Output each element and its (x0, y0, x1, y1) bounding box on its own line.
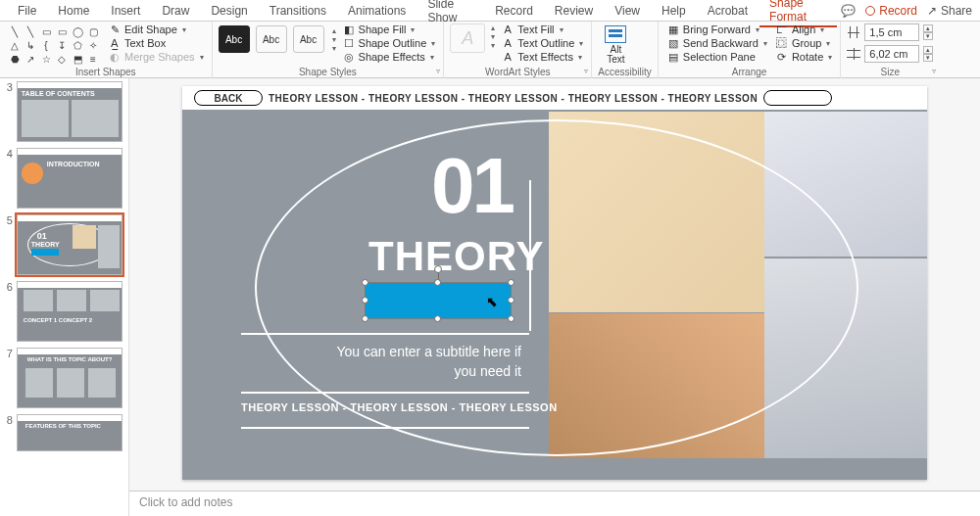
width-spin-up[interactable]: ▴ (923, 46, 933, 54)
record-button[interactable]: Record (865, 4, 917, 18)
menu-home[interactable]: Home (48, 2, 99, 20)
style-gallery-down-icon[interactable]: ▾ (332, 35, 336, 44)
divider-line (529, 180, 531, 331)
comments-icon[interactable]: 💬 (841, 4, 856, 18)
menu-transitions[interactable]: Transitions (260, 2, 336, 20)
width-spin-down[interactable]: ▾ (923, 54, 933, 62)
style-thumb-2[interactable]: Abc (256, 25, 287, 53)
menu-insert[interactable]: Insert (101, 2, 150, 20)
text-outline-button[interactable]: AText Outline▾ (499, 37, 585, 49)
wordart-styles-dialog-icon[interactable]: ▿ (584, 67, 588, 75)
slide-subtitle[interactable]: You can enter a subtitle here if you nee… (329, 343, 521, 381)
style-thumb-1[interactable]: Abc (219, 25, 250, 53)
handle-tl[interactable] (362, 279, 368, 286)
handle-br[interactable] (508, 315, 514, 322)
thumb-5[interactable]: 01 THEORY (17, 214, 122, 275)
handle-mr[interactable] (508, 297, 514, 304)
group-arrange: ▦Bring Forward▾ ▧Send Backward▾ ▤Selecti… (659, 22, 841, 78)
group-size: ▴▾ ▴▾ Size ▿ (841, 22, 939, 78)
wordart-gallery-up-icon[interactable]: ▴ (491, 23, 495, 32)
thumb-6[interactable]: CONCEPT 1 CONCEPT 2 (17, 281, 122, 342)
menu-view[interactable]: View (605, 2, 650, 20)
menu-record[interactable]: Record (485, 2, 543, 20)
wordart-gallery[interactable]: A (450, 23, 485, 53)
shape-effects-icon: ◎ (342, 51, 356, 63)
bring-forward-icon: ▦ (666, 23, 680, 35)
slide-stage[interactable]: BACK THEORY LESSON - THEORY LESSON - THE… (129, 78, 980, 491)
thumb-8-title: FEATURES OF THIS TOPIC (25, 423, 101, 429)
back-button[interactable]: BACK (194, 90, 263, 106)
style-gallery-more-icon[interactable]: ▾ (332, 44, 336, 53)
align-button[interactable]: ⫍Align▾ (773, 23, 834, 35)
height-spin-up[interactable]: ▴ (923, 24, 933, 32)
selection-pane-button[interactable]: ▤Selection Pane (664, 51, 769, 63)
menu-acrobat[interactable]: Acrobat (698, 2, 758, 20)
bring-forward-button[interactable]: ▦Bring Forward▾ (664, 23, 769, 35)
text-box-label: Text Box (124, 37, 166, 49)
slide-number-01[interactable]: 01 (431, 141, 513, 231)
insert-shapes-label: Insert Shapes (6, 67, 206, 78)
thumb-4-title: INTRODUCTION (47, 161, 100, 167)
align-icon: ⫍ (775, 23, 789, 35)
text-box-button[interactable]: A̲Text Box (106, 37, 206, 49)
workspace: 3 TABLE OF CONTENTS 4 INTRODUCTION 5 01 … (0, 78, 980, 516)
menu-bar: File Home Insert Draw Design Transitions… (0, 0, 980, 22)
menu-review[interactable]: Review (545, 2, 603, 20)
thumb-8[interactable]: FEATURES OF THIS TOPIC (17, 414, 122, 451)
menu-animations[interactable]: Animations (338, 2, 416, 20)
rotate-label: Rotate (792, 51, 823, 63)
marquee-text: THEORY LESSON - THEORY LESSON - THEORY L… (269, 93, 758, 104)
pill-right-button[interactable] (763, 90, 832, 106)
shape-effects-button[interactable]: ◎Shape Effects▾ (340, 51, 438, 63)
thumb-7[interactable]: WHAT IS THIS TOPIC ABOUT? (17, 348, 122, 408)
selection-pane-label: Selection Pane (683, 51, 756, 63)
style-gallery-up-icon[interactable]: ▴ (332, 26, 336, 35)
group-label: Group (792, 37, 822, 49)
text-effects-button[interactable]: AText Effects▾ (499, 51, 585, 63)
style-thumb-3[interactable]: Abc (293, 25, 324, 53)
size-dialog-icon[interactable]: ▿ (932, 67, 936, 75)
height-icon (850, 26, 858, 38)
slide-title[interactable]: THEORY (368, 233, 544, 280)
rotation-handle[interactable] (434, 265, 442, 273)
group-button[interactable]: ⿴Group▾ (773, 37, 834, 49)
share-button[interactable]: ↗Share (927, 4, 972, 18)
shape-gallery[interactable]: ╲╲▭▭◯▢ △↳{↧⬠✧ ⬣↗☆◇⬒≡ (6, 23, 102, 67)
shape-fill-label: Shape Fill (359, 23, 407, 35)
menu-help[interactable]: Help (652, 2, 696, 20)
handle-bl[interactable] (362, 315, 368, 322)
text-fill-button[interactable]: AText Fill▾ (499, 23, 585, 35)
width-input[interactable] (864, 45, 919, 63)
thumb-3-title: TABLE OF CONTENTS (22, 90, 95, 97)
thumb-3[interactable]: TABLE OF CONTENTS (17, 81, 122, 142)
wordart-gallery-more-icon[interactable]: ▾ (491, 41, 495, 50)
thumb-4[interactable]: INTRODUCTION (17, 148, 122, 209)
merge-shapes-button[interactable]: ◐Merge Shapes▾ (106, 51, 206, 63)
wordart-gallery-down-icon[interactable]: ▾ (491, 32, 495, 41)
notes-pane[interactable]: Click to add notes (129, 491, 980, 516)
shape-fill-button[interactable]: ◧Shape Fill▾ (340, 23, 438, 35)
menu-draw[interactable]: Draw (152, 2, 199, 20)
bring-forward-label: Bring Forward (683, 23, 751, 35)
share-icon: ↗ (927, 4, 937, 18)
edit-shape-button[interactable]: ✎Edit Shape▾ (106, 23, 206, 35)
thumb-6-title: CONCEPT 1 CONCEPT 2 (24, 317, 92, 323)
shape-outline-label: Shape Outline (359, 37, 427, 49)
handle-bm[interactable] (434, 315, 441, 322)
send-backward-button[interactable]: ▧Send Backward▾ (664, 37, 769, 49)
menu-design[interactable]: Design (201, 2, 257, 20)
handle-tr[interactable] (508, 279, 514, 286)
slide-canvas[interactable]: BACK THEORY LESSON - THEORY LESSON - THE… (182, 86, 927, 480)
shape-styles-dialog-icon[interactable]: ▿ (436, 67, 440, 75)
height-input[interactable] (864, 23, 919, 41)
menu-file[interactable]: File (8, 2, 46, 20)
slide-thumbnails[interactable]: 3 TABLE OF CONTENTS 4 INTRODUCTION 5 01 … (0, 78, 129, 516)
shape-style-gallery[interactable]: Abc Abc Abc ▴ ▾ ▾ (219, 23, 336, 55)
group-wordart-styles: A ▴ ▾ ▾ AText Fill▾ AText Outline▾ AText… (444, 22, 592, 78)
handle-ml[interactable] (362, 297, 368, 304)
rotate-button[interactable]: ⟳Rotate▾ (773, 51, 834, 63)
height-spin-down[interactable]: ▾ (923, 32, 933, 40)
handle-tm[interactable] (434, 279, 441, 286)
alt-text-button[interactable]: Alt Text (598, 23, 633, 65)
shape-outline-button[interactable]: ☐Shape Outline▾ (340, 37, 438, 49)
